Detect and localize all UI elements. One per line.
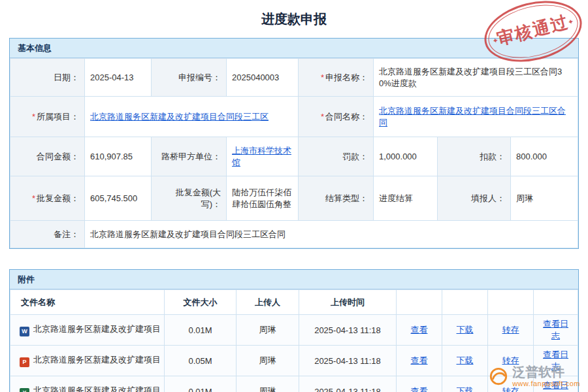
uploader: 周琳 xyxy=(237,376,299,392)
view-log-link[interactable]: 查看日志 xyxy=(543,380,568,392)
upload-time: 2025-04-13 11:18 xyxy=(299,315,397,346)
approved-amount-value: 605,745.500 xyxy=(85,176,152,221)
required-marker: * xyxy=(32,193,35,203)
deduction-value: 800.000 xyxy=(511,137,578,176)
attachments-header: 附件 xyxy=(10,270,578,289)
contract-name-value-cell: 北京路道服务区新建及改扩建项目合同段三工区合同 xyxy=(374,97,578,137)
basic-info-header: 基本信息 xyxy=(10,39,578,58)
file-name-cell: P北京路道服务区新建及改扩建项目 xyxy=(10,346,165,376)
upload-time: 2025-04-13 11:18 xyxy=(299,376,397,392)
contract-name-link[interactable]: 北京路道服务区新建及改扩建项目合同段三工区合同 xyxy=(379,106,566,127)
project-value-cell: 北京路道服务区新建及改扩建项目合同段三工区 xyxy=(85,97,299,137)
basic-info-table: 日期： 2025-04-13 申报编号： 2025040003 *申报名称： 北… xyxy=(10,58,578,248)
required-marker: * xyxy=(321,112,324,122)
action-header-empty xyxy=(442,290,488,315)
file-name-cell: W北京路道服务区新建及改扩建项目 xyxy=(10,315,165,346)
file-name: 北京路道服务区新建及改扩建项目 xyxy=(33,324,161,334)
declaration-name-label-text: 申报名称： xyxy=(325,73,368,82)
view-log-link[interactable]: 查看日志 xyxy=(543,350,568,371)
ppt-file-icon: P xyxy=(20,357,29,367)
action-header-empty xyxy=(488,290,534,315)
excel-file-icon: X xyxy=(20,388,29,392)
contract-amount-value: 610,907.85 xyxy=(85,137,152,176)
file-name-cell: X北京路道服务区新建及改扩建项目 xyxy=(10,376,165,392)
penalty-label: 罚款： xyxy=(299,137,374,176)
declaration-name-label: *申报名称： xyxy=(299,59,374,97)
view-link[interactable]: 查看 xyxy=(411,325,428,335)
penalty-value: 1,000.000 xyxy=(374,137,438,176)
attachment-row: X北京路道服务区新建及改扩建项目 0.01M 周琳 2025-04-13 11:… xyxy=(10,376,578,392)
required-marker: * xyxy=(321,73,324,82)
page-title: 进度款申报 xyxy=(0,0,588,28)
action-header-empty xyxy=(397,290,442,315)
file-size: 0.05M xyxy=(165,346,237,376)
attachments-header-row: 文件名称 文件大小 上传人 上传时间 xyxy=(10,290,578,315)
file-name-header: 文件名称 xyxy=(10,290,165,315)
download-link[interactable]: 下载 xyxy=(457,355,474,365)
file-size: 0.01M xyxy=(165,376,237,392)
declaration-no-label: 申报编号： xyxy=(152,59,227,97)
attachments-section: 附件 文件名称 文件大小 上传人 上传时间 W北京路道服务区新建及改扩建项目 0… xyxy=(9,269,579,392)
attachment-row: P北京路道服务区新建及改扩建项目 0.05M 周琳 2025-04-13 11:… xyxy=(10,346,578,376)
remark-label: 备注： xyxy=(10,221,85,248)
date-label: 日期： xyxy=(10,59,85,97)
approved-amount-label-text: 批复金额： xyxy=(37,193,79,203)
party-a-value-cell: 上海市科学技术馆 xyxy=(227,137,299,176)
project-label: *所属项目： xyxy=(10,97,85,137)
declaration-name-value: 北京路道服务区新建及改扩建项目段三工区合同30%进度款 xyxy=(374,59,578,97)
settlement-type-value: 进度结算 xyxy=(374,176,438,221)
project-label-text: 所属项目： xyxy=(37,112,79,122)
deduction-label: 扣款： xyxy=(438,137,511,176)
file-size: 0.01M xyxy=(165,315,237,346)
contract-amount-label: 合同金额： xyxy=(10,137,85,176)
required-marker: * xyxy=(32,112,35,122)
uploader: 周琳 xyxy=(237,346,299,376)
date-value: 2025-04-13 xyxy=(85,59,152,97)
basic-info-section: 基本信息 日期： 2025-04-13 申报编号： 2025040003 *申报… xyxy=(9,38,579,249)
upload-time: 2025-04-13 11:18 xyxy=(299,346,397,376)
approved-amount-label: *批复金额： xyxy=(10,176,85,221)
settlement-type-label: 结算类型： xyxy=(299,176,374,221)
word-file-icon: W xyxy=(20,327,29,336)
attachment-row: W北京路道服务区新建及改扩建项目 0.01M 周琳 2025-04-13 11:… xyxy=(10,315,578,346)
attachments-table: 文件名称 文件大小 上传人 上传时间 W北京路道服务区新建及改扩建项目 0.01… xyxy=(10,289,578,392)
uploader: 周琳 xyxy=(237,315,299,346)
action-header-empty xyxy=(534,290,578,315)
transfer-link[interactable]: 转存 xyxy=(502,355,519,365)
file-name: 北京路道服务区新建及改扩建项目 xyxy=(33,355,161,365)
contract-name-label: *合同名称： xyxy=(299,97,374,137)
approved-caps-label: 批复金额(大写)： xyxy=(152,176,227,221)
download-link[interactable]: 下载 xyxy=(457,325,474,335)
party-a-label: 路桥甲方单位： xyxy=(152,137,227,176)
view-link[interactable]: 查看 xyxy=(411,386,428,392)
filler-label: 填报人： xyxy=(438,176,511,221)
file-size-header: 文件大小 xyxy=(165,290,237,315)
approved-caps-value: 陆拾万伍仟柒佰肆拾伍圆伍角整 xyxy=(227,176,299,221)
contract-name-label-text: 合同名称： xyxy=(325,112,368,122)
file-name: 北京路道服务区新建及改扩建项目 xyxy=(33,385,161,392)
uploader-header: 上传人 xyxy=(237,290,299,315)
transfer-link[interactable]: 转存 xyxy=(502,325,519,335)
party-a-link[interactable]: 上海市科学技术馆 xyxy=(232,146,291,167)
view-log-link[interactable]: 查看日志 xyxy=(543,319,568,340)
transfer-link[interactable]: 转存 xyxy=(502,386,519,392)
project-link[interactable]: 北京路道服务区新建及改扩建项目合同段三工区 xyxy=(90,112,269,122)
filler-value: 周琳 xyxy=(511,176,578,221)
remark-value: 北京路道服务区新建及改扩建项目合同段三工区合同 xyxy=(85,221,578,248)
upload-time-header: 上传时间 xyxy=(299,290,397,315)
declaration-no-value: 2025040003 xyxy=(227,59,299,97)
view-link[interactable]: 查看 xyxy=(411,355,428,365)
download-link[interactable]: 下载 xyxy=(457,386,474,392)
